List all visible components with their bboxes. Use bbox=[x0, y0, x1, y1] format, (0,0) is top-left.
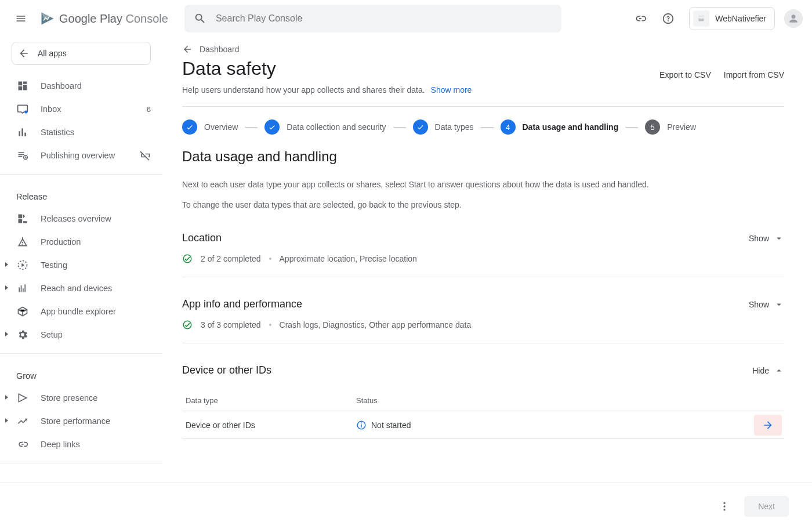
svg-point-10 bbox=[724, 502, 726, 503]
logo-text-primary: Google Play bbox=[59, 12, 122, 25]
chevron-up-icon bbox=[774, 365, 784, 376]
production-icon bbox=[16, 236, 29, 248]
sidebar-item-testing[interactable]: Testing bbox=[0, 253, 162, 277]
publishing-icon bbox=[16, 150, 29, 161]
show-more-link[interactable]: Show more bbox=[431, 85, 472, 95]
import-csv-button[interactable]: Import from CSV bbox=[724, 70, 784, 79]
svg-point-12 bbox=[724, 509, 726, 510]
sidebar-item-label: Inbox bbox=[41, 104, 61, 114]
more-options-button[interactable] bbox=[714, 496, 735, 517]
stepper: Overview Data collection and security Da… bbox=[182, 119, 784, 135]
sidebar-item-label: Store performance bbox=[41, 416, 110, 426]
check-circle-icon bbox=[182, 253, 193, 264]
check-circle-icon bbox=[182, 320, 193, 330]
chevron-down-icon bbox=[774, 233, 784, 244]
gear-icon bbox=[16, 329, 29, 340]
row-type: Device or other IDs bbox=[182, 421, 356, 430]
info-icon bbox=[356, 420, 367, 430]
sidebar-item-store-performance[interactable]: Store performance bbox=[0, 410, 162, 433]
inbox-icon bbox=[16, 103, 29, 115]
dashboard-icon bbox=[16, 80, 29, 92]
back-to-dashboard[interactable]: Dashboard bbox=[182, 44, 784, 55]
sidebar-item-dashboard[interactable]: Dashboard bbox=[0, 74, 162, 97]
sidebar-item-label: Publishing overview bbox=[41, 151, 115, 160]
show-toggle[interactable]: Show bbox=[749, 299, 784, 310]
footer-bar: Next bbox=[0, 483, 812, 529]
sidebar-item-label: Setup bbox=[41, 330, 63, 339]
section-app-info: App info and performance Show 3 of 3 com… bbox=[182, 298, 784, 343]
user-chip[interactable]: WebNativefier bbox=[689, 7, 775, 30]
caret-right-icon bbox=[3, 262, 9, 267]
start-button[interactable] bbox=[754, 415, 782, 436]
svg-rect-9 bbox=[361, 422, 362, 423]
export-csv-button[interactable]: Export to CSV bbox=[659, 70, 711, 79]
sidebar-item-deep-links[interactable]: Deep links bbox=[0, 433, 162, 456]
svg-point-5 bbox=[183, 255, 191, 263]
svg-point-2 bbox=[24, 111, 27, 114]
svg-rect-8 bbox=[361, 424, 362, 427]
search-box[interactable] bbox=[184, 5, 561, 32]
link-icon bbox=[634, 12, 647, 25]
step-data-collection[interactable]: Data collection and security bbox=[264, 119, 386, 135]
items-detail: Approximate location, Precise location bbox=[280, 254, 417, 263]
section-location: Location Show 2 of 2 completed Approxima… bbox=[182, 232, 784, 277]
play-console-logo[interactable]: Google Play Console bbox=[39, 10, 168, 27]
android-icon bbox=[693, 10, 709, 27]
logo-text-secondary: Console bbox=[126, 12, 168, 25]
play-logo-icon bbox=[39, 10, 56, 27]
arrow-left-icon bbox=[182, 44, 193, 55]
menu-button[interactable] bbox=[9, 7, 32, 30]
section-heading: Data usage and handling bbox=[182, 148, 784, 165]
help-icon bbox=[662, 12, 675, 25]
sidebar-item-statistics[interactable]: Statistics bbox=[0, 121, 162, 144]
account-avatar[interactable] bbox=[784, 9, 803, 28]
reach-devices-icon bbox=[16, 282, 29, 294]
more-vert-icon bbox=[719, 501, 730, 512]
all-apps-button[interactable]: All apps bbox=[12, 42, 151, 65]
step-number: 5 bbox=[645, 119, 660, 135]
sidebar-item-label: Store presence bbox=[41, 393, 97, 403]
step-number: 4 bbox=[501, 119, 516, 135]
search-input[interactable] bbox=[216, 13, 552, 24]
page-title: Data safety bbox=[182, 58, 276, 79]
sidebar-item-label: Dashboard bbox=[41, 81, 82, 90]
table-header-type: Data type bbox=[182, 396, 356, 405]
sidebar-item-reach-devices[interactable]: Reach and devices bbox=[0, 277, 162, 300]
intro-paragraph-2: To change the user data types that are s… bbox=[182, 199, 784, 211]
sidebar-item-label: App bundle explorer bbox=[41, 307, 116, 316]
arrow-right-icon bbox=[762, 419, 774, 431]
store-presence-icon bbox=[16, 392, 29, 404]
show-toggle[interactable]: Show bbox=[749, 233, 784, 244]
hide-toggle[interactable]: Hide bbox=[752, 365, 784, 376]
help-button[interactable] bbox=[657, 7, 680, 30]
device-ids-table: Data type Status Device or other IDs Not… bbox=[182, 390, 784, 439]
next-button[interactable]: Next bbox=[744, 496, 789, 517]
sidebar-item-label: Reach and devices bbox=[41, 284, 112, 293]
deep-links-icon bbox=[16, 439, 29, 450]
step-preview[interactable]: 5 Preview bbox=[645, 119, 696, 135]
app-header: Google Play Console WebNativefier bbox=[0, 0, 812, 37]
testing-icon bbox=[16, 259, 29, 271]
sidebar-item-label: Production bbox=[41, 237, 81, 247]
publishing-off-icon bbox=[139, 150, 151, 161]
sidebar-item-inbox[interactable]: Inbox 6 bbox=[0, 97, 162, 121]
sidebar-item-setup[interactable]: Setup bbox=[0, 323, 162, 346]
caret-right-icon bbox=[3, 394, 9, 400]
completed-count: 2 of 2 completed bbox=[201, 254, 261, 263]
sidebar-item-store-presence[interactable]: Store presence bbox=[0, 386, 162, 410]
sidebar-section-grow: Grow bbox=[0, 361, 162, 386]
check-icon bbox=[264, 119, 280, 135]
sidebar-item-production[interactable]: Production bbox=[0, 230, 162, 253]
caret-right-icon bbox=[3, 331, 9, 337]
sidebar-item-app-bundle-explorer[interactable]: App bundle explorer bbox=[0, 300, 162, 323]
link-button[interactable] bbox=[629, 7, 652, 30]
sidebar-item-releases-overview[interactable]: Releases overview bbox=[0, 207, 162, 230]
inbox-badge: 6 bbox=[147, 105, 151, 114]
step-data-types[interactable]: Data types bbox=[413, 119, 474, 135]
step-overview[interactable]: Overview bbox=[182, 119, 238, 135]
arrow-left-icon bbox=[18, 48, 30, 59]
step-data-usage[interactable]: 4 Data usage and handling bbox=[501, 119, 619, 135]
sidebar-item-publishing-overview[interactable]: Publishing overview bbox=[0, 144, 162, 167]
caret-right-icon bbox=[3, 418, 9, 423]
sidebar: All apps Dashboard Inbox 6 Statistics Pu… bbox=[0, 37, 162, 529]
